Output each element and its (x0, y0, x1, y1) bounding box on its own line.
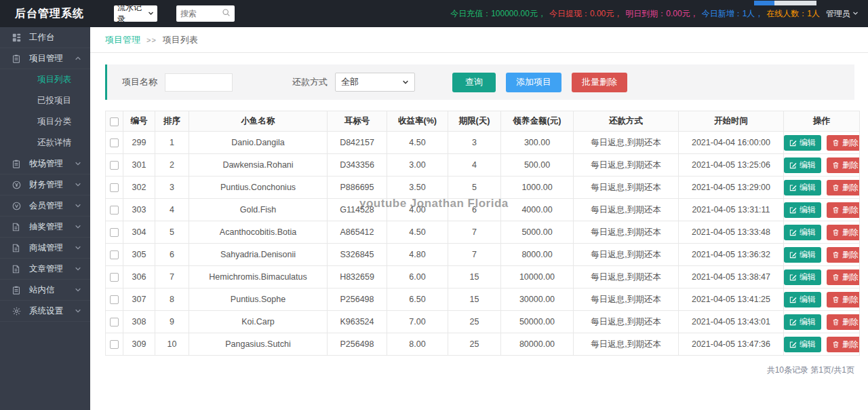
delete-button[interactable]: 删除 (827, 225, 860, 240)
edit-button[interactable]: 编辑 (784, 292, 821, 308)
delete-button[interactable]: 删除 (827, 314, 860, 330)
edit-button[interactable]: 编辑 (784, 337, 821, 352)
sidebar-item-finance[interactable]: 财务管理 (0, 174, 90, 195)
table-cell: 4 (448, 154, 501, 176)
table-cell: 2021-04-05 13:36:32 (679, 244, 784, 266)
repay-method-select[interactable]: 全部 (335, 73, 415, 92)
edit-icon (789, 162, 797, 169)
table-cell: Koi.Carp (189, 311, 328, 333)
table-row: 3012Dawkensia.RohaniD3433563.004500.00每日… (106, 154, 860, 176)
row-select-cell (106, 132, 123, 154)
edit-button[interactable]: 编辑 (784, 225, 821, 240)
row-checkbox[interactable] (110, 206, 119, 215)
row-checkbox[interactable] (110, 250, 119, 259)
edit-button[interactable]: 编辑 (784, 180, 821, 195)
grid-icon (12, 33, 22, 42)
sidebar-item-label: 商城管理 (29, 242, 75, 254)
chevron-down-icon (75, 160, 81, 167)
sidebar-item-message[interactable]: 站内信 (0, 280, 90, 301)
sidebar-subitem-项目分类[interactable]: 项目分类 (0, 111, 90, 132)
table-cell: 50000.00 (501, 311, 574, 333)
sidebar-item-project[interactable]: 项目管理 (0, 48, 90, 69)
row-actions-cell: 编辑删除 (784, 244, 860, 266)
edit-button[interactable]: 编辑 (784, 314, 821, 330)
row-checkbox[interactable] (110, 340, 119, 349)
delete-button[interactable]: 删除 (827, 292, 860, 308)
project-name-input[interactable] (165, 73, 233, 92)
edit-icon (789, 318, 797, 326)
edit-button[interactable]: 编辑 (784, 247, 821, 263)
delete-button[interactable]: 删除 (827, 247, 860, 263)
edit-icon (789, 229, 797, 236)
row-select-cell (106, 176, 123, 199)
row-checkbox[interactable] (110, 138, 119, 147)
sidebar-subitem-还款详情[interactable]: 还款详情 (0, 132, 90, 153)
chevron-down-icon (852, 9, 859, 18)
sidebar-item-mall[interactable]: 商城管理 (0, 238, 90, 259)
breadcrumb-section[interactable]: 项目管理 (105, 34, 140, 46)
delete-button[interactable]: 删除 (827, 337, 860, 352)
sidebar-item-label: 会员管理 (29, 200, 75, 212)
trash-icon (832, 296, 840, 303)
sidebar-item-lottery[interactable]: 抽奖管理 (0, 217, 90, 238)
edit-button[interactable]: 编辑 (784, 202, 821, 218)
row-checkbox[interactable] (110, 161, 119, 170)
chevron-down-icon (75, 223, 81, 230)
row-checkbox[interactable] (110, 295, 119, 304)
table-cell: 309 (123, 333, 155, 356)
table-cell: 15 (448, 288, 501, 311)
add-project-button[interactable]: 添加项目 (506, 73, 561, 92)
sidebar-item-label: 财务管理 (29, 179, 75, 191)
delete-button[interactable]: 删除 (827, 180, 860, 195)
sidebar-item-workbench[interactable]: 工作台 (0, 27, 90, 48)
sidebar-subitem-项目列表[interactable]: 项目列表 (0, 69, 90, 90)
batch-delete-button[interactable]: 批量删除 (572, 73, 627, 92)
module-select[interactable]: 流水记录 (114, 5, 157, 22)
chevron-down-icon (75, 286, 81, 293)
chevron-down-icon (75, 244, 81, 251)
file-icon (12, 243, 22, 253)
delete-button[interactable]: 删除 (827, 269, 860, 285)
column-header: 排序 (155, 111, 189, 132)
query-button[interactable]: 查询 (452, 73, 496, 92)
sidebar-item-label: 工作台 (29, 32, 81, 43)
table-cell: 7 (448, 244, 501, 266)
edit-button[interactable]: 编辑 (784, 157, 821, 173)
delete-button[interactable]: 删除 (827, 157, 860, 173)
edit-icon (789, 274, 797, 281)
sidebar-subitem-已投项目[interactable]: 已投项目 (0, 90, 90, 111)
delete-button[interactable]: 删除 (827, 202, 860, 218)
table-cell: K963524 (328, 311, 387, 333)
table-cell: Puntius.Sophe (189, 288, 328, 311)
row-select-cell (106, 311, 123, 333)
row-checkbox[interactable] (110, 273, 119, 282)
sidebar-item-label: 项目管理 (29, 53, 75, 64)
edit-button-label: 编辑 (800, 204, 816, 216)
table-row: 3023Puntius.ConchoniusP8866953.5051000.0… (106, 176, 860, 199)
edit-button[interactable]: 编辑 (784, 269, 821, 285)
row-actions-cell: 编辑删除 (784, 311, 860, 333)
sidebar-item-settings[interactable]: 系统设置 (0, 301, 90, 322)
row-checkbox[interactable] (110, 183, 119, 192)
select-all-checkbox[interactable] (110, 117, 119, 126)
sidebar-item-ranch[interactable]: 牧场管理 (0, 153, 90, 174)
chevron-down-icon (75, 181, 81, 188)
edit-button[interactable]: 编辑 (784, 135, 821, 151)
gear-icon (12, 306, 22, 316)
delete-button[interactable]: 删除 (827, 135, 860, 151)
table-cell: 4.00 (387, 199, 448, 221)
table-cell: Puntius.Conchonius (189, 176, 328, 199)
chevron-down-icon (75, 265, 81, 272)
table-cell: 3 (155, 176, 189, 199)
pagination-summary: 共10条记录 第1页/共1页 (105, 365, 854, 376)
trash-icon (832, 274, 840, 281)
row-checkbox[interactable] (110, 228, 119, 237)
admin-menu[interactable]: 管理员 (826, 8, 859, 20)
sidebar-item-article[interactable]: 文章管理 (0, 259, 90, 280)
column-header: 期限(天) (448, 111, 501, 132)
row-checkbox[interactable] (110, 318, 119, 327)
sidebar-item-member[interactable]: 会员管理 (0, 195, 90, 217)
search-input[interactable] (180, 9, 218, 18)
table-cell: 3.00 (387, 154, 448, 176)
delete-button-label: 删除 (842, 294, 859, 305)
